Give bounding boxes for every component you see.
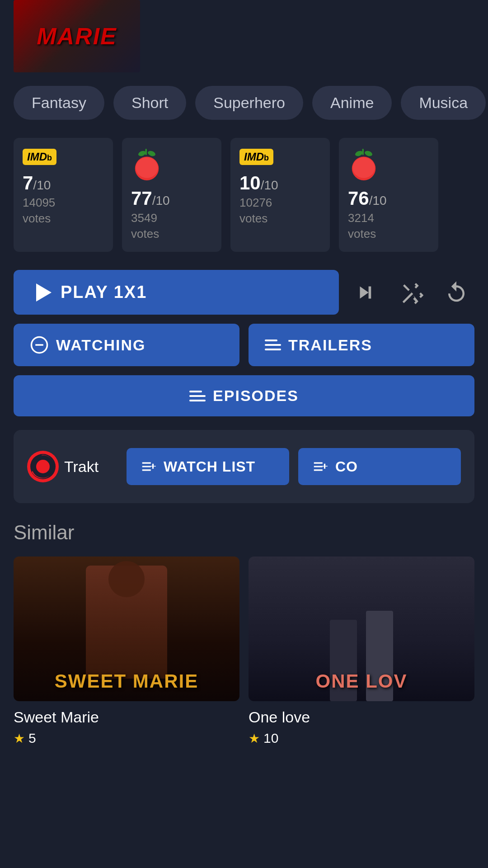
rating-votes-2: 3549 xyxy=(131,211,157,225)
collection-label: CO xyxy=(335,458,358,475)
one-love-title-text: One love xyxy=(249,708,474,726)
sweet-marie-title-text: Sweet Marie xyxy=(14,708,239,726)
sweet-marie-star: ★ xyxy=(14,731,25,746)
trailers-label: TRAILERS xyxy=(288,336,372,354)
rating-score-1: 7/10 xyxy=(23,172,51,194)
one-love-star: ★ xyxy=(249,731,260,746)
one-love-bg: ONE LOV xyxy=(249,557,474,701)
genre-tag-fantasy[interactable]: Fantasy xyxy=(14,86,104,120)
similar-card-one-love[interactable]: ONE LOV One love ★ 10 xyxy=(249,557,474,746)
trailers-button[interactable]: TRAILERS xyxy=(249,324,474,366)
one-love-rating: ★ 10 xyxy=(249,731,474,746)
play-icon xyxy=(36,283,52,302)
episodes-button[interactable]: EPISODES xyxy=(14,375,474,416)
similar-card-sweet-marie[interactable]: SWEET MARIE Sweet Marie ★ 5 xyxy=(14,557,239,746)
one-love-thumbnail: ONE LOV xyxy=(249,557,474,701)
rating-score-4: 76/10 xyxy=(348,188,387,209)
sweet-marie-rating-value: 5 xyxy=(28,731,36,746)
tomato-icon-1 xyxy=(131,149,163,180)
secondary-row: WATCHING TRAILERS xyxy=(0,319,488,371)
sweet-marie-thumb-title: SWEET MARIE xyxy=(55,670,198,692)
rating-card-imdb-1: IMDb 7/10 14095 votes xyxy=(14,138,113,252)
rating-card-tomato-1: 77/10 3549 votes xyxy=(122,138,221,252)
rating-votes-label-1: votes xyxy=(23,212,51,226)
collection-button[interactable]: CO xyxy=(298,448,461,485)
sweet-marie-thumbnail: SWEET MARIE xyxy=(14,557,239,701)
imdb-badge-2: IMDb xyxy=(239,149,273,165)
trakt-logo: Trakt xyxy=(27,451,117,482)
imdb-badge-1: IMDb xyxy=(23,149,56,165)
rating-votes-label-2: votes xyxy=(131,227,159,241)
svg-point-9 xyxy=(353,157,375,178)
rating-votes-1: 14095 xyxy=(23,196,55,210)
svg-point-12 xyxy=(30,454,56,479)
svg-point-4 xyxy=(136,157,158,178)
similar-title: Similar xyxy=(14,521,474,544)
rating-votes-label-3: votes xyxy=(239,212,267,226)
similar-section: Similar SWEET MARIE Sweet Marie ★ 5 xyxy=(0,512,488,755)
watching-icon xyxy=(30,335,49,354)
trakt-section: Trakt WATCH LIST CO xyxy=(14,430,474,503)
shuffle-button[interactable] xyxy=(393,274,429,311)
episodes-label: EPISODES xyxy=(213,387,299,405)
trakt-icon xyxy=(27,451,59,482)
similar-grid: SWEET MARIE Sweet Marie ★ 5 ONE LOV xyxy=(14,557,474,746)
svg-point-2 xyxy=(147,150,156,157)
play-button[interactable]: PLAY 1X1 xyxy=(14,270,339,315)
one-love-rating-value: 10 xyxy=(263,731,278,746)
genre-tag-musica[interactable]: Musica xyxy=(401,86,486,120)
svg-point-13 xyxy=(39,463,47,470)
svg-point-7 xyxy=(364,150,373,157)
add-list-icon-collection xyxy=(312,458,329,475)
hero-title: MARIE xyxy=(37,23,117,50)
rating-votes-label-4: votes xyxy=(348,227,376,241)
rating-row: IMDb 7/10 14095 votes 77/10 3549 votes I… xyxy=(0,133,488,265)
hero-image: MARIE xyxy=(14,0,140,72)
skip-next-button[interactable] xyxy=(348,274,384,311)
watching-button[interactable]: WATCHING xyxy=(14,324,239,366)
rating-card-tomato-2: 76/10 3214 votes xyxy=(339,138,438,252)
sweet-marie-bg: SWEET MARIE xyxy=(14,557,239,701)
genre-tag-superhero[interactable]: Superhero xyxy=(195,86,303,120)
one-love-thumb-title: ONE LOV xyxy=(315,670,407,692)
rating-votes-4: 3214 xyxy=(348,211,374,225)
trakt-label: Trakt xyxy=(64,458,99,476)
tomato-icon-2 xyxy=(348,149,380,180)
genre-tag-anime[interactable]: Anime xyxy=(312,86,392,120)
watching-label: WATCHING xyxy=(56,336,146,354)
replay-icon xyxy=(444,280,469,305)
add-list-icon-watchlist xyxy=(140,458,157,475)
play-label: PLAY 1X1 xyxy=(61,283,147,302)
watch-list-label: WATCH LIST xyxy=(164,458,255,475)
watch-list-button[interactable]: WATCH LIST xyxy=(127,448,289,485)
genre-tag-short[interactable]: Short xyxy=(113,86,186,120)
episodes-row: EPISODES xyxy=(0,371,488,421)
skip-next-icon xyxy=(354,280,378,305)
list-icon-trailers xyxy=(265,340,281,350)
sweet-marie-rating: ★ 5 xyxy=(14,731,239,746)
play-row: PLAY 1X1 xyxy=(0,265,488,319)
trakt-svg xyxy=(29,453,56,480)
rating-card-imdb-2: IMDb 10/10 10276 votes xyxy=(230,138,330,252)
rating-score-3: 10/10 xyxy=(239,172,278,194)
rating-score-2: 77/10 xyxy=(131,188,170,209)
shuffle-icon xyxy=(399,280,423,305)
replay-button[interactable] xyxy=(438,274,474,311)
genre-row: Fantasy Short Superhero Anime Musica xyxy=(0,72,488,133)
list-icon-episodes xyxy=(189,391,206,401)
rating-votes-3: 10276 xyxy=(239,196,272,210)
svg-rect-11 xyxy=(35,344,43,346)
